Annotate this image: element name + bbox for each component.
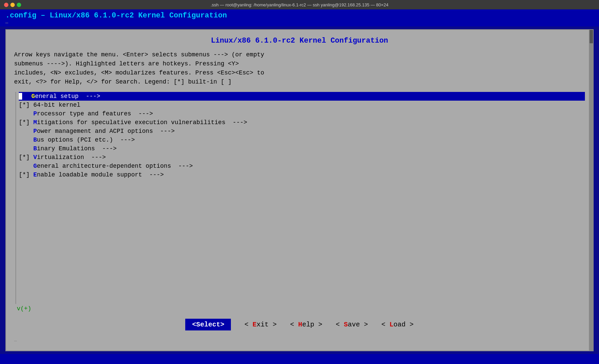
menu-item-label: [*] Virtualization ---> [19, 154, 106, 161]
save-hotkey: S [344, 321, 348, 328]
cursor [19, 93, 22, 100]
terminal-bottom-bar [0, 354, 599, 364]
hotkey-e: E [33, 171, 37, 178]
help-hotkey: H [298, 321, 302, 328]
menu-item-bus[interactable]: Bus options (PCI etc.) ---> [19, 136, 585, 144]
menu-item-label: [*] Enable loadable module support ---> [19, 171, 164, 178]
hotkey-p1: P [33, 110, 37, 117]
select-button[interactable]: <Select> [185, 319, 231, 330]
menu-item-label: [*] 64-bit kernel [19, 102, 81, 108]
menu-item-label: Power management and ACPI options ---> [19, 128, 175, 135]
hotkey-m: M [33, 119, 37, 126]
titlebar: .ssh — root@yanling: /home/yanling/linux… [0, 0, 599, 9]
exit-button[interactable]: < Exit > [244, 321, 277, 328]
terminal-title-row: .config – Linux/x86 6.1.0-rc2 Kernel Con… [0, 9, 599, 27]
exit-hotkey: E [252, 321, 256, 328]
save-button[interactable]: < Save > [336, 321, 368, 328]
window: .ssh — root@yanling: /home/yanling/linux… [0, 0, 599, 364]
dialog-title: Linux/x86 6.1.0-rc2 Kernel Configuration [14, 37, 585, 45]
hotkey-b1: B [33, 137, 37, 143]
minimize-button[interactable] [10, 3, 15, 7]
menu-area: General setup ---> [*] 64-bit kernel Pro… [15, 92, 585, 304]
load-hotkey: L [390, 321, 394, 328]
help-line-1: Arrow keys navigate the menu. <Enter> se… [14, 50, 585, 59]
menu-item-processor[interactable]: Processor type and features ---> [19, 109, 585, 118]
menu-item-general-setup[interactable]: General setup ---> [19, 92, 585, 101]
menu-item-arch[interactable]: General architecture-dependent options -… [19, 162, 585, 170]
help-button[interactable]: < Help > [290, 321, 322, 328]
hotkey-b2: B [33, 145, 37, 152]
menu-item-mitigations[interactable]: [*] Mitigations for speculative executio… [19, 118, 585, 127]
maximize-button[interactable] [17, 3, 21, 7]
load-button[interactable]: < Load > [382, 321, 414, 328]
help-line-3: includes, <N> excludes, <M> modularizes … [14, 68, 585, 77]
menu-item-virtualization[interactable]: [*] Virtualization ---> [19, 153, 585, 162]
scrollbar[interactable] [589, 29, 594, 351]
menu-item-label: General setup ---> [24, 93, 100, 100]
hotkey-g2: G [33, 163, 37, 169]
menu-item-loadable[interactable]: [*] Enable loadable module support ---> [19, 170, 585, 179]
dialog-wrapper: Linux/x86 6.1.0-rc2 Kernel Configuration… [5, 29, 594, 351]
help-text: Arrow keys navigate the menu. <Enter> se… [14, 50, 585, 87]
menu-item-binary[interactable]: Binary Emulations ---> [19, 144, 585, 153]
hotkey-p2: P [33, 128, 37, 135]
terminal-body: .config – Linux/x86 6.1.0-rc2 Kernel Con… [0, 9, 599, 364]
titlebar-text: .ssh — root@yanling: /home/yanling/linux… [211, 2, 389, 7]
menu-item-label: Processor type and features ---> [19, 110, 153, 117]
more-indicator: v(+) [14, 304, 585, 313]
scrollbar-thumb[interactable] [590, 30, 593, 43]
hotkey-g: G [32, 93, 35, 100]
menu-item-label: Bus options (PCI etc.) ---> [19, 137, 135, 143]
menu-item-power[interactable]: Power management and ACPI options ---> [19, 127, 585, 136]
help-line-2: submenus ---->). Highlighted letters are… [14, 59, 585, 68]
close-button[interactable] [4, 3, 8, 7]
traffic-lights [4, 3, 21, 7]
dialog: Linux/x86 6.1.0-rc2 Kernel Configuration… [5, 29, 594, 351]
menu-item-label: [*] Mitigations for speculative executio… [19, 119, 247, 126]
hotkey-v: V [33, 154, 37, 161]
menu-item-label: General architecture-dependent options -… [19, 163, 193, 169]
help-line-4: exit, <?> for Help, </> for Search. Lege… [14, 77, 585, 87]
bottom-line: ─ [14, 339, 585, 344]
bottom-bar: <Select> < Exit > < Help > < Save > < Lo… [14, 313, 585, 337]
terminal-title: .config – Linux/x86 6.1.0-rc2 Kernel Con… [5, 11, 594, 20]
menu-item-label: Binary Emulations ---> [19, 145, 117, 152]
menu-item-64bit[interactable]: [*] 64-bit kernel [19, 101, 585, 109]
terminal-underline: ─ [5, 20, 594, 26]
